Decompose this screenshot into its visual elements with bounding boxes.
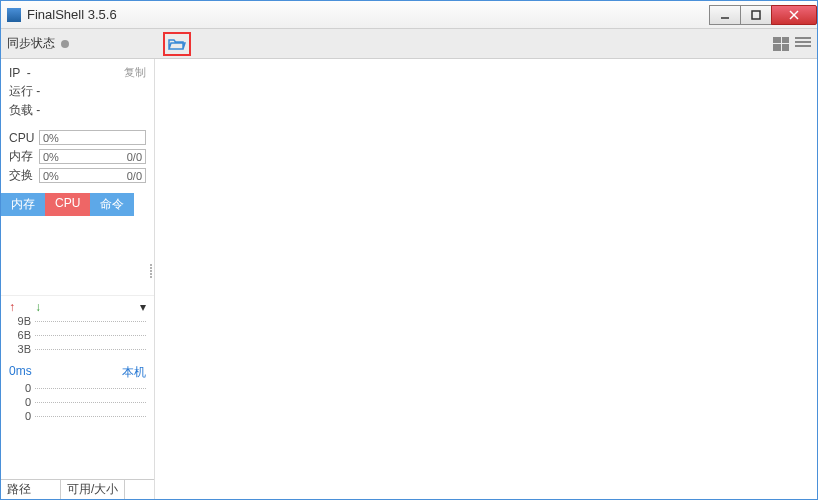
metrics-section: CPU 0% 内存 0%0/0 交换 0%0/0 — [1, 124, 154, 189]
ping-val-1: 0 — [9, 396, 31, 408]
main-content — [155, 59, 817, 499]
close-button[interactable] — [771, 5, 817, 25]
mem-label: 内存 — [9, 148, 39, 165]
cpu-chart — [1, 216, 154, 296]
svg-rect-1 — [752, 11, 760, 19]
folder-open-icon — [168, 37, 186, 51]
network-section: ↑ ↓ ▾ 9B 6B 3B — [1, 296, 154, 360]
fs-size-header[interactable]: 可用/大小 — [61, 480, 125, 499]
monitor-tabs: 内存 CPU 命令 — [1, 193, 154, 216]
ping-val-0: 0 — [9, 382, 31, 394]
net-scale-2: 3B — [9, 343, 31, 355]
minimize-button[interactable] — [709, 5, 741, 25]
tab-mem[interactable]: 内存 — [1, 193, 45, 216]
network-dropdown-caret-icon[interactable]: ▾ — [140, 300, 146, 314]
ping-val-2: 0 — [9, 410, 31, 422]
window-title: FinalShell 3.5.6 — [27, 7, 117, 22]
cpu-bar: 0% — [39, 130, 146, 145]
net-scale-1: 6B — [9, 329, 31, 341]
ping-section: 0ms 本机 0 0 0 — [1, 360, 154, 427]
ping-ms-label: 0ms — [9, 364, 32, 381]
sidebar: IP - 复制 运行 - 负载 - CPU 0% 内存 0%0/0 — [1, 59, 155, 499]
window-controls — [710, 5, 817, 25]
upload-arrow-icon: ↑ — [9, 300, 15, 314]
filesystem-header: 路径 可用/大小 — [1, 479, 154, 499]
maximize-button[interactable] — [740, 5, 772, 25]
resize-handle-icon[interactable] — [148, 246, 154, 295]
titlebar: FinalShell 3.5.6 — [1, 1, 817, 29]
sync-status-dot-icon — [61, 40, 69, 48]
load-label: 负载 - — [9, 102, 40, 119]
swap-bar: 0%0/0 — [39, 168, 146, 183]
fs-path-header[interactable]: 路径 — [1, 480, 61, 499]
open-folder-button[interactable] — [163, 32, 191, 56]
copy-button[interactable]: 复制 — [124, 65, 146, 80]
mem-bar: 0%0/0 — [39, 149, 146, 164]
net-scale-0: 9B — [9, 315, 31, 327]
body: IP - 复制 运行 - 负载 - CPU 0% 内存 0%0/0 — [1, 59, 817, 499]
toolbar: 同步状态 — [1, 29, 817, 59]
run-label: 运行 - — [9, 83, 40, 100]
swap-label: 交换 — [9, 167, 39, 184]
ping-host-label[interactable]: 本机 — [122, 364, 146, 381]
tab-cmd[interactable]: 命令 — [90, 193, 134, 216]
app-window: FinalShell 3.5.6 同步状态 IP - 复制 — [0, 0, 818, 500]
tab-cpu[interactable]: CPU — [45, 193, 90, 216]
info-section: IP - 复制 运行 - 负载 - — [1, 59, 154, 124]
grid-view-icon[interactable] — [773, 37, 789, 51]
list-view-icon[interactable] — [795, 37, 811, 51]
cpu-label: CPU — [9, 131, 39, 145]
sync-status-label: 同步状态 — [7, 35, 55, 52]
ip-label: IP - — [9, 66, 31, 80]
download-arrow-icon: ↓ — [35, 300, 41, 314]
app-icon — [7, 8, 21, 22]
